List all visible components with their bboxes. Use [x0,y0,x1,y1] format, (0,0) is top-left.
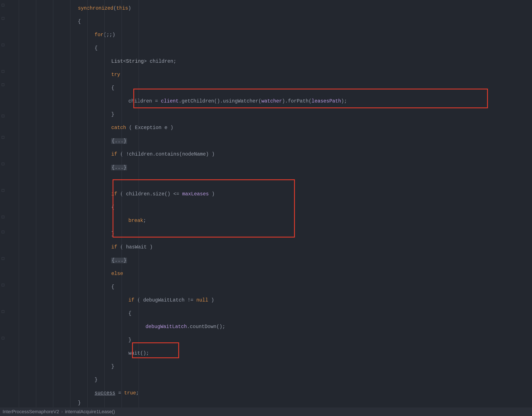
indent-guide [104,0,105,407]
keyword-catch: catch [111,125,126,131]
code-line: for(;;) [6,28,532,41]
code-line: success = true; [6,387,532,400]
indent-guide [19,0,19,407]
code-line: if ( debugWaitLatch != null ) [6,293,532,307]
indent-guide [70,0,70,407]
keyword-if: if [111,191,117,197]
code-line: children = client.getChildren().usingWat… [6,95,532,108]
gutter-mark[interactable] [2,231,4,233]
gutter-mark[interactable] [2,337,4,339]
code-line: debugWaitLatch.countDown(); [6,320,532,333]
code-line: break; [6,214,532,227]
code-line: { [6,41,532,55]
keyword-for: for [95,32,103,38]
field-leasesPath: leasesPath [312,98,341,104]
code-area[interactable]: synchronized(this) { for(;;) { List<Stri… [6,0,532,407]
code-line: { [6,201,532,214]
gutter-mark[interactable] [2,284,4,286]
fold-marker[interactable]: {...} [111,165,127,170]
gutter-mark[interactable] [2,310,4,313]
code-line: } [6,108,532,121]
field-debugWaitLatch: debugWaitLatch [145,324,187,330]
var-success: success [95,390,115,396]
code-line: {...} [6,161,532,174]
code-line: { [6,280,532,293]
field-watcher: watcher [261,98,282,104]
code-line: { [6,15,532,28]
indent-guide [53,0,53,407]
code-line-blank [6,174,532,188]
keyword-this: this [116,6,128,11]
code-line: } [6,373,532,387]
code-line: { [6,307,532,320]
code-editor[interactable]: synchronized(this) { for(;;) { List<Stri… [0,0,532,407]
field-maxLeases: maxLeases [182,191,209,197]
code-line: } [6,333,532,347]
gutter-mark[interactable] [2,115,4,117]
keyword-try: try [111,72,120,77]
code-line: try [6,68,532,81]
gutter-mark[interactable] [2,44,4,46]
chevron-right-icon: › [61,407,63,416]
code-line: catch ( Exception e ) [6,121,532,134]
gutter-mark[interactable] [2,257,4,260]
indent-guide [122,0,122,407]
keyword-if: if [128,297,134,303]
code-line: synchronized(this) [6,2,532,15]
code-line: {...} [6,134,532,148]
indent-guide [139,0,139,407]
code-line: } [6,360,532,373]
code-line: } [6,400,532,406]
gutter-mark[interactable] [2,84,4,86]
keyword-break: break [128,218,143,223]
gutter-mark[interactable] [2,216,4,218]
code-line: if ( children.size() <= maxLeases ) [6,188,532,201]
keyword-true: true [124,390,136,396]
code-line: { [6,81,532,95]
keyword-if: if [111,151,117,157]
fold-marker[interactable]: {...} [111,138,127,144]
gutter-mark[interactable] [2,4,4,6]
editor-gutter[interactable] [0,0,6,407]
gutter-mark[interactable] [2,17,4,20]
gutter-mark[interactable] [2,70,4,73]
code-line: if ( hasWait ) [6,241,532,254]
fold-marker[interactable]: {...} [111,258,127,263]
gutter-mark[interactable] [2,136,4,139]
keyword-else: else [111,271,123,276]
code-line: else [6,267,532,280]
field-client: client [161,98,179,104]
breadcrumb-method[interactable]: internalAcquire1Lease() [65,407,115,416]
breadcrumb-class[interactable]: InterProcessSemaphoreV2 [3,407,59,416]
keyword-if: if [111,244,117,250]
keyword-synchronized: synchronized [78,6,114,11]
indent-guide [87,0,87,407]
gutter-mark[interactable] [2,163,4,165]
breadcrumb[interactable]: InterProcessSemaphoreV2 › internalAcquir… [0,407,532,416]
code-line: wait(); [6,347,532,360]
gutter-mark[interactable] [2,189,4,192]
code-line: if ( !children.contains(nodeName) ) [6,148,532,161]
keyword-null: null [196,297,208,303]
code-line: {...} [6,254,532,267]
code-line: } [6,227,532,241]
code-line: List<String> children; [6,55,532,68]
